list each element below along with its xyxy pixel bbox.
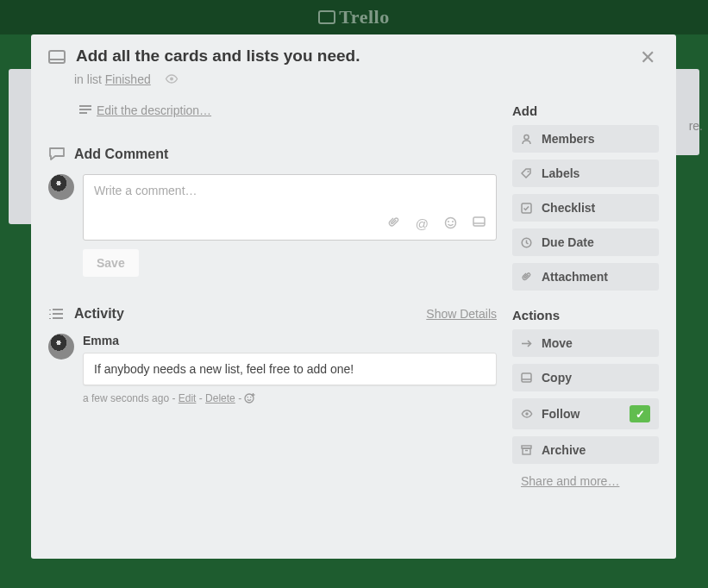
activity-author[interactable]: Emma bbox=[83, 334, 497, 347]
due-date-label: Due Date bbox=[542, 235, 594, 249]
description-icon bbox=[79, 105, 91, 116]
archive-icon bbox=[521, 445, 533, 455]
card-ref-icon[interactable] bbox=[473, 216, 486, 231]
card-detail-modal: Add all the cards and lists you need. ✕ … bbox=[31, 34, 676, 559]
svg-rect-27 bbox=[522, 373, 531, 382]
attachment-button[interactable]: Attachment bbox=[512, 263, 659, 291]
card-main-column: Edit the description… Add Comment bbox=[48, 103, 497, 541]
checklist-label: Checklist bbox=[542, 201, 595, 215]
activity-emoji-icon[interactable] bbox=[244, 392, 255, 404]
activity-icon bbox=[48, 308, 66, 320]
trello-logo[interactable]: Trello bbox=[318, 6, 389, 28]
move-label: Move bbox=[542, 336, 573, 350]
archive-button[interactable]: Archive bbox=[512, 436, 659, 464]
svg-rect-31 bbox=[523, 448, 530, 454]
due-date-button[interactable]: Due Date bbox=[512, 228, 659, 256]
current-user-avatar[interactable] bbox=[48, 174, 74, 200]
list-link[interactable]: Finished bbox=[105, 72, 151, 86]
svg-point-8 bbox=[452, 221, 454, 222]
edit-description-label: Edit the description… bbox=[97, 103, 211, 117]
follow-button[interactable]: Follow ✓ bbox=[512, 398, 659, 429]
card-list-location: in list Finished bbox=[74, 72, 659, 86]
attachment-label: Attachment bbox=[542, 270, 608, 284]
svg-rect-9 bbox=[473, 217, 485, 226]
show-details-link[interactable]: Show Details bbox=[426, 307, 497, 321]
labels-icon bbox=[521, 168, 533, 179]
svg-point-19 bbox=[250, 397, 252, 398]
svg-point-23 bbox=[528, 171, 529, 172]
close-icon[interactable]: ✕ bbox=[636, 47, 659, 69]
save-comment-button[interactable]: Save bbox=[83, 249, 139, 277]
comment-textarea[interactable] bbox=[94, 184, 486, 211]
svg-point-2 bbox=[170, 78, 173, 81]
checklist-icon bbox=[521, 203, 533, 214]
share-more-link[interactable]: Share and more… bbox=[521, 474, 659, 488]
members-icon bbox=[521, 134, 533, 145]
watch-icon[interactable] bbox=[165, 72, 179, 86]
activity-meta: a few seconds ago - Edit - Delete - bbox=[83, 392, 497, 404]
add-section-heading: Add bbox=[512, 103, 659, 118]
activity-item: Emma If anybody needs a new list, feel f… bbox=[48, 334, 497, 404]
members-button[interactable]: Members bbox=[512, 125, 659, 153]
checklist-button[interactable]: Checklist bbox=[512, 194, 659, 222]
card-title[interactable]: Add all the cards and lists you need. bbox=[76, 47, 360, 66]
paperclip-icon bbox=[521, 272, 533, 283]
svg-point-7 bbox=[448, 221, 449, 222]
activity-heading: Activity bbox=[74, 306, 124, 322]
emoji-icon[interactable] bbox=[444, 216, 457, 231]
svg-point-18 bbox=[247, 397, 249, 398]
copy-label: Copy bbox=[542, 371, 572, 385]
activity-comment-bubble: If anybody needs a new list, feel free t… bbox=[83, 353, 497, 385]
actions-section-heading: Actions bbox=[512, 308, 659, 322]
labels-button[interactable]: Labels bbox=[512, 160, 659, 187]
edit-description-link[interactable]: Edit the description… bbox=[79, 103, 497, 117]
move-button[interactable]: Move bbox=[512, 329, 659, 357]
activity-avatar[interactable] bbox=[48, 334, 74, 360]
copy-icon bbox=[521, 372, 533, 383]
svg-point-6 bbox=[446, 218, 456, 228]
svg-point-22 bbox=[524, 134, 529, 139]
svg-point-29 bbox=[525, 412, 528, 415]
card-icon bbox=[48, 50, 66, 64]
follow-label: Follow bbox=[542, 407, 580, 421]
clock-icon bbox=[521, 237, 533, 248]
background-text: re. bbox=[689, 119, 703, 133]
following-check-icon: ✓ bbox=[630, 405, 650, 422]
eye-icon bbox=[521, 410, 533, 418]
svg-rect-0 bbox=[49, 51, 65, 63]
activity-time: a few seconds ago bbox=[83, 392, 169, 404]
copy-button[interactable]: Copy bbox=[512, 364, 659, 391]
arrow-right-icon bbox=[521, 339, 533, 348]
comment-icon bbox=[48, 147, 66, 162]
comment-input-box[interactable]: @ bbox=[83, 174, 497, 241]
attachment-icon[interactable] bbox=[387, 216, 400, 231]
add-comment-heading: Add Comment bbox=[74, 147, 168, 162]
activity-delete-link[interactable]: Delete bbox=[205, 392, 235, 404]
mention-icon[interactable]: @ bbox=[416, 216, 429, 231]
card-sidebar: Add Members Labels Checklist bbox=[512, 103, 659, 541]
members-label: Members bbox=[542, 132, 594, 146]
app-topbar: Trello bbox=[0, 0, 708, 34]
labels-label: Labels bbox=[542, 166, 580, 180]
board-icon bbox=[318, 10, 335, 24]
archive-label: Archive bbox=[542, 443, 586, 457]
activity-edit-link[interactable]: Edit bbox=[179, 392, 197, 404]
brand-text: Trello bbox=[339, 6, 389, 28]
